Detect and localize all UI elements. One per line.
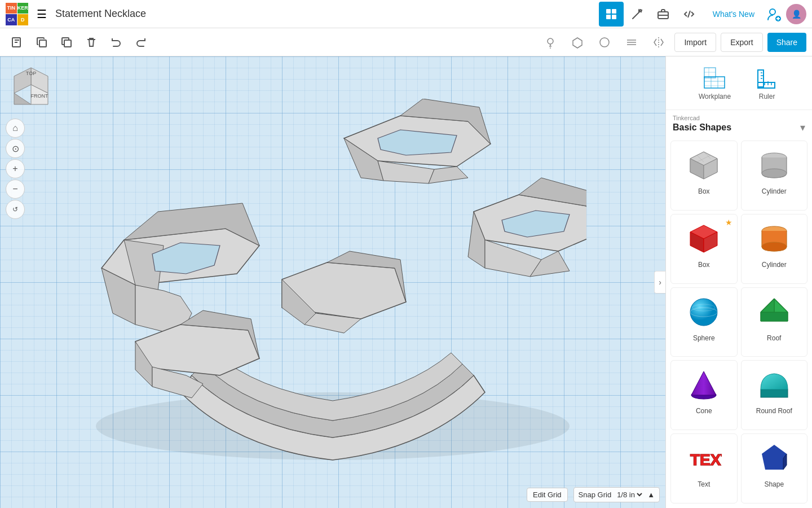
necklace-right-ring bbox=[468, 178, 586, 277]
necklace-3d-view bbox=[79, 99, 586, 466]
logo-tin: TIN bbox=[6, 3, 17, 14]
svg-text:FRONT: FRONT bbox=[31, 93, 48, 99]
svg-point-7 bbox=[770, 9, 775, 15]
toolbar-right: Import Export Share bbox=[539, 31, 806, 54]
snap-grid-label: Snap Grid bbox=[579, 491, 612, 499]
shape-item-box-red[interactable]: ★ Box bbox=[670, 214, 738, 284]
svg-rect-1 bbox=[612, 9, 616, 14]
svg-marker-27 bbox=[14, 93, 31, 104]
shape-library-provider: Tinkercad bbox=[673, 115, 805, 121]
ruler-icon bbox=[754, 65, 779, 90]
undo-button[interactable] bbox=[105, 31, 127, 54]
reset-button[interactable]: ↺ bbox=[6, 200, 25, 219]
svg-rect-2 bbox=[606, 15, 611, 19]
svg-marker-75 bbox=[691, 371, 716, 395]
shape-label-cylinder-orange: Cylinder bbox=[762, 261, 787, 269]
nav-tool-briefcase[interactable] bbox=[651, 2, 676, 27]
add-user-button[interactable] bbox=[766, 6, 782, 22]
svg-marker-16 bbox=[573, 38, 582, 48]
tinkercad-logo[interactable]: TIN KER CA D bbox=[6, 3, 28, 25]
bottom-bar: Edit Grid Snap Grid 1/8 in 1/4 in 1/2 in… bbox=[527, 487, 660, 502]
ruler-label: Ruler bbox=[759, 93, 775, 100]
circle-button[interactable] bbox=[593, 31, 616, 54]
import-button[interactable]: Import bbox=[674, 33, 716, 52]
user-avatar[interactable]: 👤 bbox=[786, 4, 806, 24]
top-nav: TIN KER CA D ☰ Statement Necklace What's… bbox=[0, 0, 812, 28]
shape-item-box-gray[interactable]: Box bbox=[670, 141, 738, 211]
snap-grid-area: Snap Grid 1/8 in 1/4 in 1/2 in 1 in ▲ bbox=[573, 487, 660, 502]
new-button[interactable] bbox=[6, 31, 28, 54]
toolbar: Import Export Share bbox=[0, 28, 812, 56]
polygon-button[interactable] bbox=[566, 31, 589, 54]
panel-tools: Workplane bbox=[666, 56, 812, 110]
shape-item-round-roof[interactable]: Round Roof bbox=[741, 360, 808, 430]
nav-right: 👤 bbox=[766, 4, 806, 24]
workplane-icon bbox=[702, 65, 727, 90]
nav-tool-grid[interactable] bbox=[599, 2, 624, 27]
duplicate-button[interactable] bbox=[55, 31, 78, 54]
view-cube[interactable]: TOP FRONT bbox=[8, 65, 54, 110]
whats-new-button[interactable]: What's New bbox=[707, 7, 760, 21]
nav-tool-code[interactable] bbox=[677, 2, 701, 27]
svg-rect-0 bbox=[606, 9, 611, 14]
redo-button[interactable] bbox=[130, 31, 152, 54]
shape-item-cone[interactable]: Cone bbox=[670, 360, 738, 430]
align-button[interactable] bbox=[620, 31, 643, 54]
shape-item-shape-blue[interactable]: Shape bbox=[741, 433, 808, 503]
cone-icon bbox=[684, 365, 723, 405]
light-button[interactable] bbox=[539, 31, 562, 54]
copy-button[interactable] bbox=[30, 31, 53, 54]
shape-label-sphere: Sphere bbox=[693, 334, 715, 342]
mirror-button[interactable] bbox=[647, 31, 670, 54]
collapse-panel-button[interactable]: › bbox=[654, 271, 665, 294]
dropdown-arrow-icon[interactable]: ▾ bbox=[800, 121, 805, 134]
shape-label-round-roof: Round Roof bbox=[756, 407, 792, 415]
svg-point-55 bbox=[762, 169, 787, 178]
shape-label-box-red: Box bbox=[698, 261, 710, 269]
shape-item-cylinder-gray[interactable]: Cylinder bbox=[741, 141, 808, 211]
svg-rect-76 bbox=[761, 389, 788, 397]
svg-point-62 bbox=[762, 242, 787, 251]
home-button[interactable]: ⌂ bbox=[6, 119, 25, 138]
shape-blue-icon bbox=[754, 439, 794, 478]
svg-rect-30 bbox=[704, 77, 725, 88]
svg-rect-12 bbox=[39, 40, 46, 47]
shape-item-cylinder-orange[interactable]: Cylinder bbox=[741, 214, 808, 284]
svg-point-15 bbox=[548, 38, 553, 44]
export-button[interactable]: Export bbox=[721, 33, 762, 52]
shape-label-box-gray: Box bbox=[698, 187, 710, 195]
shape-library-dropdown[interactable]: Basic Shapes ▾ bbox=[673, 121, 805, 134]
edit-grid-button[interactable]: Edit Grid bbox=[527, 488, 568, 502]
shape-label-cone: Cone bbox=[696, 407, 712, 415]
snap-grid-select[interactable]: 1/8 in 1/4 in 1/2 in 1 in bbox=[615, 490, 644, 500]
shape-library-header: Tinkercad Basic Shapes ▾ bbox=[666, 110, 812, 136]
delete-button[interactable] bbox=[80, 31, 103, 54]
shape-label-roof: Roof bbox=[767, 334, 781, 342]
nav-tool-build[interactable] bbox=[625, 2, 650, 27]
ruler-tool[interactable]: Ruler bbox=[745, 62, 788, 104]
round-roof-icon bbox=[754, 365, 794, 405]
workplane-tool[interactable]: Workplane bbox=[690, 62, 740, 104]
zoom-out-button[interactable]: − bbox=[6, 179, 25, 199]
svg-marker-71 bbox=[761, 312, 788, 321]
box-red-icon bbox=[684, 219, 723, 259]
viewport[interactable]: TOP FRONT ⌂ ⊙ + − ↺ › Edit Grid Snap Gri… bbox=[0, 56, 665, 508]
fit-button[interactable]: ⊙ bbox=[6, 139, 25, 158]
snap-grid-arrow-icon: ▲ bbox=[647, 491, 655, 499]
shape-label-text: Text bbox=[698, 480, 710, 488]
svg-text:TOP: TOP bbox=[26, 71, 36, 76]
svg-text:TEXT: TEXT bbox=[690, 451, 722, 468]
text-icon: TEXT bbox=[684, 439, 723, 478]
sphere-icon bbox=[684, 292, 723, 332]
nav-tools bbox=[599, 2, 701, 27]
share-button[interactable]: Share bbox=[767, 33, 806, 52]
shape-item-roof[interactable]: Roof bbox=[741, 287, 808, 357]
zoom-in-button[interactable]: + bbox=[6, 159, 25, 178]
necklace-center-connector bbox=[282, 251, 406, 333]
star-icon: ★ bbox=[725, 218, 732, 227]
shape-item-text[interactable]: TEXT Text bbox=[670, 433, 738, 503]
main-area: TOP FRONT ⌂ ⊙ + − ↺ › Edit Grid Snap Gri… bbox=[0, 56, 812, 508]
hamburger-button[interactable]: ☰ bbox=[34, 5, 50, 24]
logo-ker: KER bbox=[17, 3, 29, 14]
shape-item-sphere[interactable]: Sphere bbox=[670, 287, 738, 357]
